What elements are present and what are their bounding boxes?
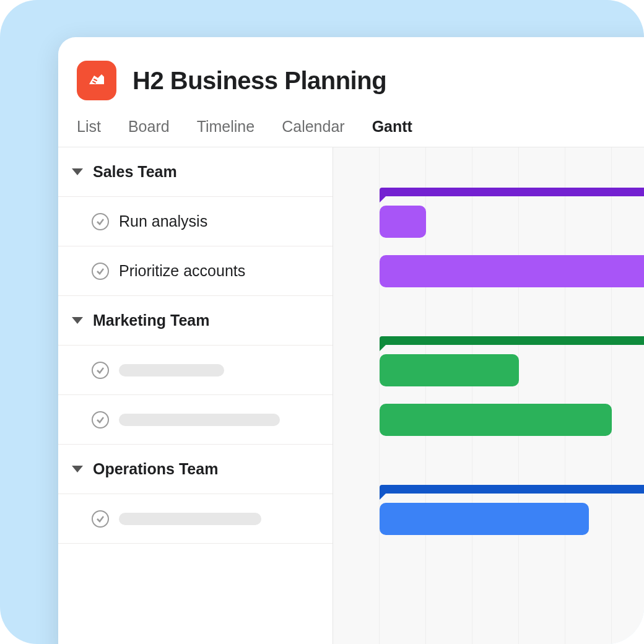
shoe-icon <box>85 69 108 92</box>
task-label: Prioritize accounts <box>119 262 245 280</box>
caret-down-icon[interactable] <box>72 317 83 324</box>
task-track <box>333 246 644 296</box>
group-row[interactable]: Marketing Team <box>58 296 333 346</box>
group-row[interactable]: Operations Team <box>58 445 333 494</box>
task-row[interactable]: Prioritize accounts <box>58 246 333 296</box>
task-row[interactable] <box>58 494 333 544</box>
project-icon <box>77 61 116 100</box>
group-summary-bar[interactable] <box>380 485 644 494</box>
group-row[interactable]: Sales Team <box>58 147 333 197</box>
gantt-view: Sales TeamRun analysisPrioritize account… <box>58 147 644 644</box>
task-label-placeholder <box>119 513 261 525</box>
group-summary-bar[interactable] <box>380 188 644 196</box>
check-circle-icon[interactable] <box>92 411 109 429</box>
tab-timeline[interactable]: Timeline <box>197 118 255 136</box>
check-circle-icon[interactable] <box>92 263 109 280</box>
check-circle-icon[interactable] <box>92 510 109 528</box>
group-track <box>333 445 644 494</box>
group-label: Marketing Team <box>93 311 209 329</box>
group-summary-bar[interactable] <box>380 336 644 345</box>
task-track <box>333 346 644 395</box>
group-label: Sales Team <box>93 163 177 181</box>
caret-down-icon[interactable] <box>72 466 83 472</box>
task-label-placeholder <box>119 364 224 376</box>
check-circle-icon[interactable] <box>92 362 109 379</box>
task-bar[interactable] <box>380 503 589 535</box>
task-bar[interactable] <box>380 255 644 287</box>
project-window: H2 Business Planning List Board Timeline… <box>58 37 644 644</box>
gantt-timeline[interactable] <box>333 147 644 644</box>
group-track <box>333 147 644 197</box>
gantt-task-list: Sales TeamRun analysisPrioritize account… <box>58 147 333 644</box>
tab-gantt[interactable]: Gantt <box>372 118 412 136</box>
group-label: Operations Team <box>93 460 218 478</box>
check-circle-icon[interactable] <box>92 213 109 230</box>
group-track <box>333 296 644 346</box>
project-title: H2 Business Planning <box>133 67 386 95</box>
project-header: H2 Business Planning <box>58 37 644 105</box>
view-tabs: List Board Timeline Calendar Gantt <box>58 105 644 147</box>
task-row[interactable] <box>58 346 333 395</box>
task-bar[interactable] <box>380 354 519 386</box>
task-bar[interactable] <box>380 404 612 436</box>
backdrop: H2 Business Planning List Board Timeline… <box>0 0 644 644</box>
task-label-placeholder <box>119 414 280 426</box>
task-row[interactable] <box>58 395 333 445</box>
task-track <box>333 197 644 246</box>
task-label: Run analysis <box>119 212 207 230</box>
task-row[interactable]: Run analysis <box>58 197 333 246</box>
task-bar[interactable] <box>380 206 426 238</box>
caret-down-icon[interactable] <box>72 168 83 175</box>
task-track <box>333 494 644 544</box>
task-track <box>333 395 644 445</box>
tab-calendar[interactable]: Calendar <box>282 118 344 136</box>
tab-board[interactable]: Board <box>128 118 170 136</box>
tab-list[interactable]: List <box>77 118 101 136</box>
